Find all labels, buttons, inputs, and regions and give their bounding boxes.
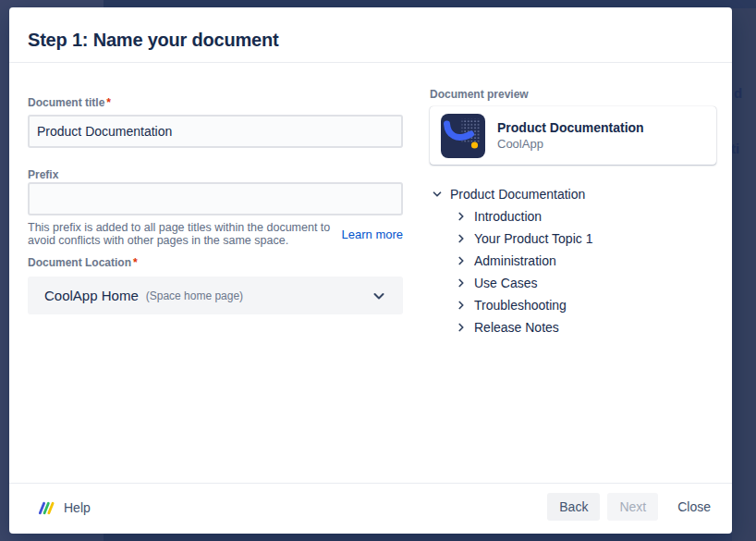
chevron-right-icon[interactable] bbox=[454, 298, 469, 313]
tree-item[interactable]: Use Cases bbox=[454, 272, 718, 294]
tree-item[interactable]: Your Product Topic 1 bbox=[454, 227, 718, 250]
tree-item-label: Administration bbox=[474, 253, 556, 268]
required-asterisk: * bbox=[106, 96, 111, 109]
tree-item[interactable]: Introduction bbox=[454, 205, 718, 227]
document-location-label: Document Location* bbox=[28, 256, 138, 269]
prefix-help-row: This prefix is added to all page titles … bbox=[28, 221, 403, 247]
prefix-label: Prefix bbox=[28, 168, 58, 181]
learn-more-link[interactable]: Learn more bbox=[342, 227, 403, 241]
chevron-right-icon[interactable] bbox=[454, 209, 469, 224]
chevron-right-icon[interactable] bbox=[454, 253, 469, 268]
tree-item-label: Use Cases bbox=[474, 276, 537, 290]
prefix-input[interactable] bbox=[28, 182, 403, 215]
document-preview-label: Document preview bbox=[430, 88, 529, 101]
occluded-text-fragment: ti bbox=[731, 141, 739, 156]
location-select[interactable]: CoolApp Home (Space home page) bbox=[28, 277, 403, 314]
tree-item-label: Introduction bbox=[474, 209, 542, 224]
chevron-right-icon[interactable] bbox=[454, 276, 469, 290]
tree-item-label: Release Notes bbox=[474, 320, 559, 335]
page-tree: Product Documentation Introduction Your … bbox=[430, 183, 718, 338]
preview-card: Product Documentation CoolApp bbox=[430, 106, 716, 165]
preview-card-text: Product Documentation CoolApp bbox=[497, 119, 644, 152]
tree-item[interactable]: Troubleshooting bbox=[454, 294, 718, 316]
tree-item[interactable]: Administration bbox=[454, 250, 718, 272]
required-asterisk: * bbox=[133, 256, 138, 269]
tree-item-label: Troubleshooting bbox=[474, 298, 567, 313]
back-button[interactable]: Back bbox=[547, 493, 600, 521]
space-icon bbox=[441, 114, 485, 158]
help-button[interactable]: Help bbox=[37, 498, 91, 518]
help-app-icon bbox=[37, 499, 55, 517]
chevron-down-icon bbox=[370, 287, 388, 305]
footer-buttons: Back Next Close bbox=[547, 493, 723, 521]
tree-children: Introduction Your Product Topic 1 Admini… bbox=[454, 205, 718, 338]
occluded-text-fragment: d bbox=[734, 85, 742, 101]
help-label: Help bbox=[64, 500, 91, 515]
location-select-hint: (Space home page) bbox=[146, 289, 243, 302]
next-button[interactable]: Next bbox=[607, 493, 658, 521]
chevron-right-icon[interactable] bbox=[454, 231, 469, 246]
document-title-input[interactable] bbox=[28, 115, 403, 148]
close-button[interactable]: Close bbox=[665, 493, 723, 521]
header-divider bbox=[9, 62, 732, 63]
footer-divider bbox=[9, 483, 732, 484]
location-select-value: CoolApp Home bbox=[44, 288, 139, 303]
prefix-help-text: This prefix is added to all page titles … bbox=[28, 221, 335, 247]
dialog-title: Step 1: Name your document bbox=[28, 30, 279, 51]
tree-item-label: Product Documentation bbox=[450, 187, 585, 202]
tree-item-label: Your Product Topic 1 bbox=[474, 231, 592, 246]
preview-card-title: Product Documentation bbox=[497, 119, 644, 136]
tree-item[interactable]: Release Notes bbox=[454, 316, 718, 338]
document-title-label: Document title* bbox=[28, 96, 111, 109]
tree-root-item[interactable]: Product Documentation bbox=[430, 183, 718, 205]
preview-card-subtitle: CoolApp bbox=[497, 136, 644, 152]
chevron-down-icon[interactable] bbox=[430, 187, 445, 202]
create-document-dialog: Step 1: Name your document Document titl… bbox=[9, 7, 732, 534]
chevron-right-icon[interactable] bbox=[454, 320, 469, 335]
